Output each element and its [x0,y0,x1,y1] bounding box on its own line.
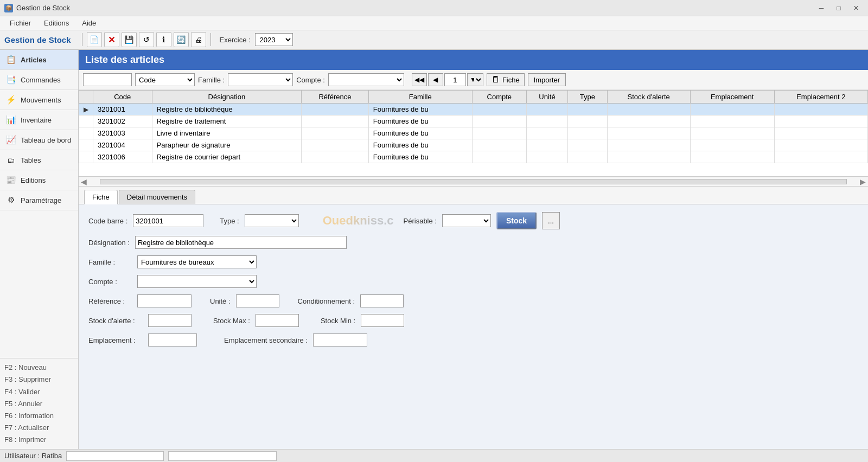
main-layout: 📋 Articles 📑 Commandes ⚡ Mouvements 📊 In… [0,50,868,449]
perisable-label: Périsable : [404,217,437,225]
new-button[interactable]: 📄 [87,32,102,47]
shortcut-f4: F4 : Valider [4,386,74,398]
sidebar-item-parametrage[interactable]: ⚙ Paramétrage [0,190,78,210]
cell-emplacement [690,104,774,116]
cell-emplacement2 [774,127,867,139]
shortcut-f8: F8 : Imprimer [4,434,74,446]
col-emplacement2: Emplacement 2 [774,91,867,104]
table-row[interactable]: 3201002 Registre de traitement Fournitur… [79,116,868,127]
col-designation: Désignation [152,91,302,104]
form-row-compte: Compte : [88,275,858,288]
menu-editions[interactable]: Editions [39,17,74,29]
code-barre-label: Code barre : [88,217,127,225]
info-button[interactable]: ℹ [156,32,171,47]
compte-filter-select[interactable] [328,73,404,86]
exercice-label: Exercice : [220,36,251,44]
cell-compte [472,104,526,116]
stock-button[interactable]: Stock [496,212,537,229]
search-input[interactable] [83,73,132,86]
sidebar-item-inventaire[interactable]: 📊 Inventaire [0,110,78,130]
type-select[interactable] [245,214,299,227]
form-row-famille: Famille : Fournitures de bureaux [88,255,858,268]
sidebar-item-editions[interactable]: 📰 Editions [0,170,78,190]
stock-min-input[interactable] [361,314,404,327]
cell-emplacement [690,151,774,163]
cell-emplacement [690,127,774,139]
famille-form-select[interactable]: Fournitures de bureaux [137,255,257,268]
app-name: Gestion de Stock [4,35,71,44]
sidebar-item-tables[interactable]: 🗂 Tables [0,150,78,170]
sidebar-label-inventaire: Inventaire [21,116,52,124]
tab-detail-mouvements[interactable]: Détail mouvements [119,190,195,204]
col-compte: Compte [472,91,526,104]
maximize-button[interactable]: □ [831,2,846,14]
app-icon: 📦 [4,4,13,12]
designation-input[interactable] [135,236,347,249]
cell-unite [527,127,568,139]
tab-fiche[interactable]: Fiche [84,190,118,204]
reference-input[interactable] [137,294,192,307]
cell-emplacement2 [774,151,867,163]
stock-alerte-input[interactable] [148,314,192,327]
table-row[interactable]: 3201006 Registre de courrier depart Four… [79,151,868,163]
famille-filter-select[interactable]: Fournitures de bureaux [228,73,293,86]
scroll-right-btn[interactable]: ▶ [858,177,868,186]
cell-type [568,116,608,127]
horizontal-scrollbar[interactable] [100,179,847,184]
conditionnement-input[interactable] [360,294,404,307]
cell-code: 3201004 [93,139,152,151]
back-button[interactable]: ↺ [139,32,154,47]
stock-max-input[interactable] [256,314,299,327]
cell-stock-alerte [607,151,690,163]
minimize-button[interactable]: ─ [814,2,829,14]
menu-aide[interactable]: Aide [76,17,101,29]
code-select[interactable]: Code Désignation Référence [135,73,195,86]
nav-back-button[interactable]: ◀ [428,73,443,86]
page-select[interactable]: ▼ [467,73,483,86]
cell-famille: Fournitures de bu [368,127,472,139]
sidebar-item-articles[interactable]: 📋 Articles [0,50,78,70]
compte-form-select[interactable] [137,275,257,288]
menu-fichier[interactable]: Fichier [4,17,36,29]
scroll-left-btn[interactable]: ◀ [79,177,89,186]
close-button[interactable]: ✕ [848,2,864,14]
table-row[interactable]: ▶ 3201001 Registre de bibliothèque Fourn… [79,104,868,116]
mouvements-icon: ⚡ [5,94,16,105]
table-row[interactable]: 3201004 Parapheur de signature Fournitur… [79,139,868,151]
emplacement-input[interactable] [148,333,197,347]
row-arrow: ▶ [79,104,93,116]
importer-button[interactable]: Importer [528,73,566,86]
cell-emplacement [690,116,774,127]
exercice-select[interactable]: 2021 2022 2023 2024 [255,33,293,46]
cell-code: 3201003 [93,127,152,139]
table-row[interactable]: 3201003 Livre d inventaire Fournitures d… [79,127,868,139]
col-famille: Famille [368,91,472,104]
sidebar-item-mouvements[interactable]: ⚡ Mouvements [0,90,78,110]
unite-input[interactable] [236,294,279,307]
delete-button[interactable]: ✕ [104,32,119,47]
col-emplacement: Emplacement [690,91,774,104]
articles-icon: 📋 [5,54,16,65]
sidebar-item-tableau-de-bord[interactable]: 📈 Tableau de bord [0,130,78,150]
emplacement-secondaire-input[interactable] [313,333,367,347]
cell-reference [302,139,369,151]
shortcuts-panel: F2 : Nouveau F3 : Supprimer F4 : Valider… [0,358,78,449]
more-button[interactable]: ... [542,212,560,229]
designation-label: Désignation : [88,239,130,247]
nav-prev-button[interactable]: ◀◀ [412,73,427,86]
fiche-button[interactable]: 🗒 Fiche [487,73,525,86]
cell-designation: Registre de traitement [152,116,302,127]
page-number-input[interactable] [444,73,466,86]
ouedkniss-watermark: Ouedkniss.c [323,214,394,228]
cell-famille: Fournitures de bu [368,139,472,151]
refresh-button[interactable]: 🔄 [174,32,189,47]
code-barre-input[interactable] [133,214,203,227]
reference-label: Référence : [88,297,132,305]
save-button[interactable]: 💾 [122,32,137,47]
status-field-2 [168,451,277,461]
sidebar-item-commandes[interactable]: 📑 Commandes [0,70,78,90]
perisable-select[interactable] [442,214,491,227]
print-button[interactable]: 🖨 [191,32,206,47]
emplacement-label: Emplacement : [88,336,143,344]
status-bar: Utilisateur : Ratiba [0,449,868,462]
